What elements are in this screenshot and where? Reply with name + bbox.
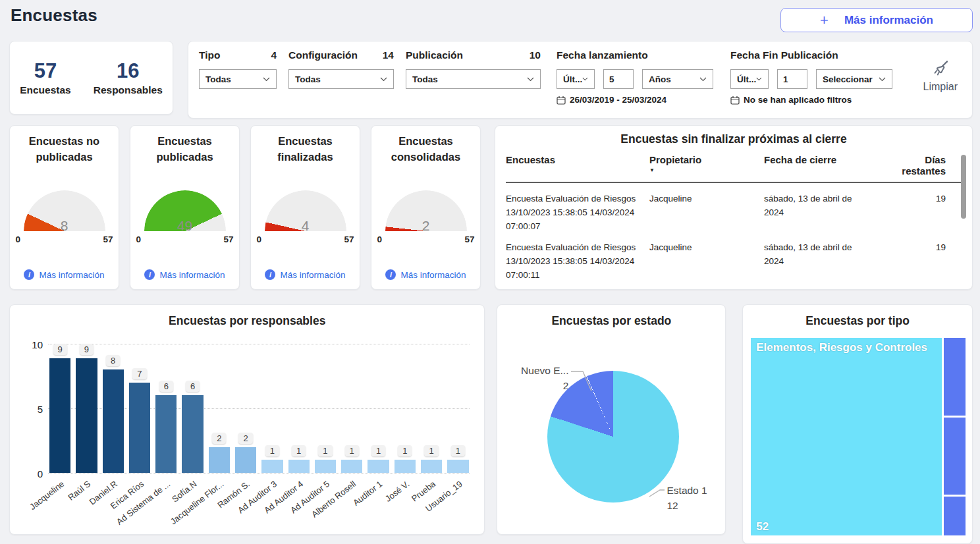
plus-icon: + [820,13,829,28]
filter-configuracion-count: 14 [383,49,394,61]
gauge-min: 0 [377,234,383,244]
gauge-max: 57 [223,234,233,244]
gauge-card-no-publicadas: Encuestas no publicadas 8 0 57 i Más inf… [9,125,119,290]
gauge-chart: 2 [385,190,467,231]
gauge-card-publicadas: Encuestas publicadas 49 0 57 i Más infor… [130,125,240,290]
bar[interactable] [288,460,310,473]
bar[interactable] [421,460,442,473]
bar[interactable] [235,447,256,473]
broom-icon [931,59,950,78]
more-info-link[interactable]: i Más información [24,269,104,280]
bar-value-label: 2 [238,433,252,444]
bar-column: 1Usuario_19 [447,344,468,473]
applied-range-text: 26/03/2019 - 25/03/2024 [570,95,667,105]
bar[interactable] [341,460,362,473]
treemap-rect-minor[interactable] [944,418,966,495]
treemap-title: Encuestas por tipo [743,314,972,328]
more-info-link[interactable]: i Más información [265,269,345,280]
info-icon: i [265,269,275,280]
bar[interactable] [447,460,468,473]
bar-column: 1José V. [395,344,416,473]
fecha-lanzamiento-number-input[interactable] [603,69,634,89]
closing-surveys-table-card: Encuestas sin finalizar próximas al cier… [495,125,973,290]
bar[interactable] [368,460,389,473]
filter-tipo-dropdown[interactable]: Todas [199,69,277,89]
bar-column: 6Sofía.N [182,344,203,473]
bar-column: 1Auditor 1 [368,344,389,473]
table-row[interactable]: Encuesta Evaluación de Riesgos 13/10/202… [506,184,962,233]
bar-value-label: 1 [318,445,332,456]
treemap-rect-minor[interactable] [944,338,966,416]
pie-slice-label: Estado 1 [667,483,719,498]
info-icon: i [144,269,155,280]
bar[interactable] [315,460,336,473]
filter-card: Tipo 4 Todas Configuración 14 Todas [188,41,973,119]
more-info-link[interactable]: i Más información [144,269,225,280]
gauge-chart: 4 [265,190,346,231]
pie-chart-card: Encuestas por estado Nuevo E... 2 Estado… [497,304,726,535]
treemap-card: Encuestas por tipo Elementos, Riesgos y … [742,304,973,544]
clear-filters-button[interactable]: Limpiar [923,59,962,93]
bar-value-label: 1 [424,445,438,456]
fecha-fin-range-dropdown[interactable]: Últ... [730,69,769,89]
pie-chart-title: Encuestas por estado [497,314,725,328]
gauge-value: 4 [265,218,346,234]
bar[interactable] [261,460,283,473]
gauge-chart: 8 [24,190,105,231]
fecha-fin-applied-range: No se han aplicado filtros [730,95,892,105]
filter-publicacion-count: 10 [530,49,541,61]
gauge-max: 57 [344,234,354,244]
bar[interactable] [76,358,97,473]
bar-value-label: 1 [292,445,306,456]
treemap-rect-minor[interactable] [944,497,966,535]
more-info-button-label: Más información [844,14,933,27]
bar-value-label: 9 [80,344,94,355]
bar-value-label: 2 [212,433,226,444]
summary-filter-row: 57 Encuestas 16 Responsables Tipo 4 Toda… [9,41,973,119]
bar[interactable] [182,395,203,473]
fecha-fin-unit-dropdown[interactable]: Seleccionar [816,69,892,89]
bar-column: 1Ad Auditor 3 [261,344,283,473]
fecha-fin-number-input[interactable] [777,69,807,89]
dashboard-page: Encuestas + Más información 57 Encuestas… [0,0,980,544]
bar-column: 1Ad Auditor 5 [315,344,336,473]
table-row[interactable]: Encuesta Evaluación de Riesgos 13/10/202… [506,233,962,282]
filter-configuracion-dropdown[interactable]: Todas [288,69,394,89]
chevron-down-icon [879,77,886,82]
info-icon: i [385,269,396,280]
bar[interactable] [395,460,416,473]
filter-tipo: Tipo 4 Todas [199,49,277,89]
fecha-lanzamiento-range-dropdown[interactable]: Últ... [557,69,595,89]
applied-range-text: No se han aplicado filtros [744,95,852,105]
fecha-lanzamiento-unit-dropdown[interactable]: Años [642,69,713,89]
bar-column: 2Jacqueline Flor... [209,344,230,473]
table-cell-days: 19 [886,240,946,282]
bar[interactable] [49,358,70,473]
filter-publicacion-dropdown[interactable]: Todas [406,69,541,89]
column-header-fecha[interactable]: Fecha de cierre [764,154,886,177]
chevron-down-icon [699,77,707,82]
column-header-dias[interactable]: Días restantes [886,154,946,177]
x-axis-label: Jacqueline [28,479,66,512]
kpi-card: 57 Encuestas 16 Responsables [9,41,173,115]
more-info-button[interactable]: + Más información [780,8,973,32]
bar[interactable] [209,447,230,473]
gauge-value: 49 [144,218,226,234]
filter-configuracion: Configuración 14 Todas [288,49,394,89]
bar[interactable] [103,369,124,473]
column-header-encuestas[interactable]: Encuestas [506,154,649,177]
filter-tipo-label: Tipo [199,49,220,61]
scrollbar-thumb[interactable] [961,155,966,219]
table-cell-date: sábado, 13 de abril de 2024 [764,240,886,282]
column-header-propietario[interactable]: Propietario▼ [649,154,764,177]
table-row[interactable]: Encuesta Evaluación de RiesgosJacqueline… [506,282,962,287]
bar[interactable] [129,383,150,473]
treemap-rect-value: 52 [756,520,769,533]
pie-slice-value: 2 [506,378,568,393]
more-info-link[interactable]: i Más información [385,269,466,280]
treemap-rect-main[interactable]: Elementos, Riesgos y Controles 52 [751,338,942,535]
more-info-label: Más información [159,270,225,280]
bar[interactable] [155,395,177,473]
bar-column: 8Daniel.R [103,344,124,473]
fecha-lanzamiento-applied-range: 26/03/2019 - 25/03/2024 [557,95,713,105]
